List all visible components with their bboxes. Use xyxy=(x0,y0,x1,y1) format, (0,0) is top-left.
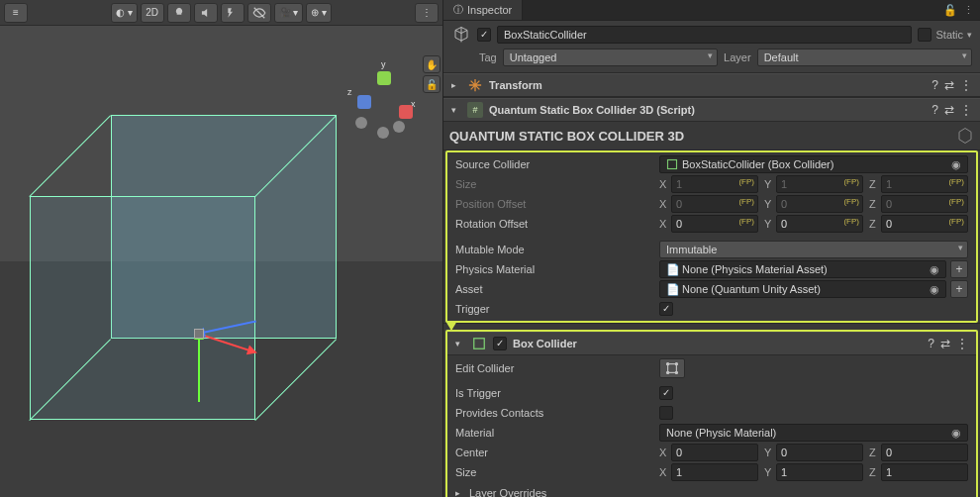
transform-title: Transform xyxy=(489,79,926,91)
layer-overrides-label: Layer Overrides xyxy=(469,487,546,497)
asset-label: Asset xyxy=(455,283,653,295)
camera-dropdown[interactable]: 🎥 ▾ xyxy=(274,3,304,23)
size-y[interactable]: 1(FP) xyxy=(776,175,863,193)
lock-tool[interactable]: 🔓 xyxy=(423,75,441,93)
gameobject-icon xyxy=(451,25,471,45)
center-x[interactable]: 0 xyxy=(671,444,758,461)
highlighted-boxcollider-region: ▾ Box Collider ? ⇄ ⋮ Edit Collider Is Tr… xyxy=(445,330,978,497)
script-icon: # xyxy=(467,102,483,118)
component-menu-icon[interactable]: ⋮ xyxy=(956,337,968,350)
provides-contacts-label: Provides Contacts xyxy=(455,407,653,419)
add-asset-button[interactable]: + xyxy=(950,280,968,298)
material-label: Material xyxy=(455,427,653,439)
size-label: Size xyxy=(455,178,653,190)
posoff-x[interactable]: 0(FP) xyxy=(671,195,758,213)
help-icon[interactable]: ? xyxy=(928,337,934,350)
provides-contacts-checkbox[interactable] xyxy=(659,406,673,420)
bc-size-z[interactable]: 1 xyxy=(881,463,968,481)
center-y[interactable]: 0 xyxy=(776,444,863,461)
center-z[interactable]: 0 xyxy=(881,444,968,461)
preset-icon[interactable]: ⇄ xyxy=(944,103,954,117)
material-field[interactable]: None (Physic Material) ◉ xyxy=(659,424,968,442)
physics-material-field[interactable]: 📄 None (Physics Material Asset) ◉ xyxy=(659,260,946,278)
svg-rect-0 xyxy=(668,160,677,169)
is-trigger-checkbox[interactable] xyxy=(659,386,673,400)
inspector-tab[interactable]: Inspector xyxy=(443,0,523,20)
layer-dropdown[interactable]: Default xyxy=(757,49,972,66)
foldout-icon[interactable]: ▸ xyxy=(455,488,465,497)
hand-tool[interactable]: ✋ xyxy=(423,55,441,73)
help-icon[interactable]: ? xyxy=(931,103,938,117)
move-gizmo[interactable] xyxy=(139,273,257,392)
audio-toggle[interactable] xyxy=(194,3,218,23)
foldout-icon[interactable]: ▾ xyxy=(451,105,461,115)
component-menu-icon[interactable]: ⋮ xyxy=(960,78,972,92)
layer-label: Layer xyxy=(724,51,751,63)
bc-size-x[interactable]: 1 xyxy=(671,463,758,481)
svg-rect-1 xyxy=(474,339,485,349)
add-material-button[interactable]: + xyxy=(950,260,968,278)
inspector-tabbar: Inspector 🔓 ⋮ xyxy=(443,0,980,21)
shading-dropdown[interactable]: ◐ ▾ xyxy=(111,3,138,23)
2d-toggle[interactable]: 2D xyxy=(141,3,164,23)
lock-icon[interactable]: 🔓 xyxy=(943,4,957,17)
static-dropdown-icon[interactable]: ▾ xyxy=(967,30,972,40)
scene-viewport[interactable]: ✋ 🔓 y x z xyxy=(0,26,442,497)
svg-point-5 xyxy=(666,371,668,373)
preset-icon[interactable]: ⇄ xyxy=(944,78,954,92)
size-z[interactable]: 1(FP) xyxy=(881,175,968,193)
visibility-toggle[interactable] xyxy=(247,3,271,23)
object-picker-icon[interactable]: ◉ xyxy=(951,427,961,440)
component-menu-icon[interactable]: ⋮ xyxy=(960,103,972,117)
fx-toggle[interactable] xyxy=(221,3,245,23)
panel-menu-icon[interactable]: ⋮ xyxy=(963,4,974,17)
axis-label-y: y xyxy=(381,59,386,69)
box-collider-title: Box Collider xyxy=(513,338,922,349)
posoff-y[interactable]: 0(FP) xyxy=(776,195,863,213)
bc-size-y[interactable]: 1 xyxy=(776,463,863,481)
trigger-label: Trigger xyxy=(455,303,653,315)
mutable-mode-label: Mutable Mode xyxy=(455,244,653,255)
asset-field[interactable]: 📄 None (Quantum Unity Asset) ◉ xyxy=(659,280,946,298)
bc-size-label: Size xyxy=(455,466,653,478)
mutable-mode-dropdown[interactable]: Immutable xyxy=(659,241,968,258)
object-picker-icon[interactable]: ◉ xyxy=(930,263,939,276)
source-collider-field[interactable]: BoxStaticCollider (Box Collider) ◉ xyxy=(659,155,968,173)
highlighted-source-region: Source Collider BoxStaticCollider (Box C… xyxy=(445,150,978,323)
gameobject-active-checkbox[interactable] xyxy=(477,28,491,42)
axis-label-z: z xyxy=(347,87,352,97)
preset-icon[interactable]: ⇄ xyxy=(940,337,950,350)
posoff-z[interactable]: 0(FP) xyxy=(881,195,968,213)
rotoff-x[interactable]: 0(FP) xyxy=(671,215,758,233)
physics-material-label: Physics Material xyxy=(455,263,653,275)
quantum-hex-icon xyxy=(956,127,974,145)
static-label: Static xyxy=(935,29,963,41)
help-icon[interactable]: ? xyxy=(931,78,938,92)
object-picker-icon[interactable]: ◉ xyxy=(951,158,961,171)
static-checkbox[interactable] xyxy=(918,28,931,42)
tag-layer-row: Tag Untagged Layer Default xyxy=(443,47,980,73)
quantum-collider-component: ▾ # Quantum Static Box Collider 3D (Scri… xyxy=(443,98,980,324)
edit-collider-button[interactable] xyxy=(659,358,685,378)
quantum-section-title: QUANTUM STATIC BOX COLLIDER 3D xyxy=(443,122,980,150)
orientation-gizmo[interactable]: y x z xyxy=(349,71,419,141)
scene-view: ≡ ◐ ▾ 2D 🎥 ▾ ⊕ ▾ ⋮ ✋ 🔓 y x z xyxy=(0,0,443,497)
svg-point-4 xyxy=(675,362,677,364)
box-collider-component: ▾ Box Collider ? ⇄ ⋮ Edit Collider Is Tr… xyxy=(447,332,976,497)
foldout-icon[interactable]: ▾ xyxy=(455,339,465,348)
trigger-checkbox[interactable] xyxy=(659,302,673,316)
rotoff-y[interactable]: 0(FP) xyxy=(776,215,863,233)
transform-icon xyxy=(467,77,483,93)
gizmos-dropdown[interactable]: ⊕ ▾ xyxy=(306,3,332,23)
gameobject-name-field[interactable]: BoxStaticCollider xyxy=(497,26,912,44)
size-x[interactable]: 1(FP) xyxy=(671,175,758,193)
foldout-icon[interactable]: ▸ xyxy=(451,80,461,90)
toolbar-menu-button[interactable]: ≡ xyxy=(4,3,28,23)
object-picker-icon[interactable]: ◉ xyxy=(930,283,939,296)
lighting-toggle[interactable] xyxy=(167,3,191,23)
rotoff-z[interactable]: 0(FP) xyxy=(881,215,968,233)
tag-dropdown[interactable]: Untagged xyxy=(503,49,718,66)
rotation-offset-label: Rotation Offset xyxy=(455,218,653,230)
box-collider-enabled-checkbox[interactable] xyxy=(493,337,507,350)
overflow-button[interactable]: ⋮ xyxy=(415,3,439,23)
